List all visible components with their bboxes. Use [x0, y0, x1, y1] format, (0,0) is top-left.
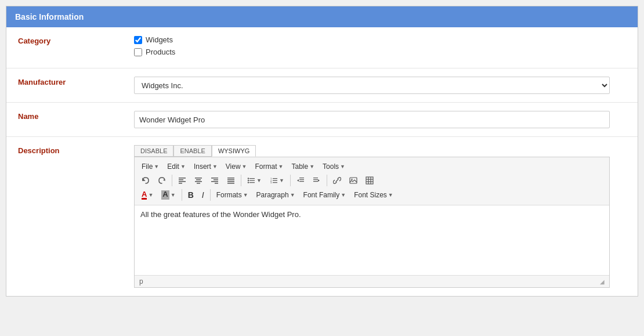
description-tabs: DISABLE ENABLE WYSIWYG: [134, 145, 632, 157]
svg-rect-36: [313, 181, 318, 182]
menu-file-button[interactable]: File ▼: [138, 161, 162, 172]
basic-information-panel: Basic Information Category Widgets Produ…: [6, 6, 638, 297]
undo-icon: [142, 176, 150, 185]
separator-6: [210, 189, 211, 201]
paragraph-button[interactable]: Paragraph ▼: [253, 189, 299, 201]
font-color-button[interactable]: A ▼: [138, 189, 157, 201]
manufacturer-select[interactable]: Widgets Inc. Other: [134, 77, 610, 94]
svg-marker-37: [318, 179, 320, 182]
indent-icon: [313, 176, 321, 185]
font-sizes-label: Font Sizes: [354, 191, 387, 199]
svg-rect-2: [179, 178, 186, 179]
svg-rect-14: [227, 178, 234, 179]
svg-rect-3: [179, 179, 183, 180]
name-input[interactable]: [134, 111, 610, 128]
panel-title: Basic Information: [15, 12, 84, 21]
svg-rect-23: [249, 182, 255, 183]
font-family-button[interactable]: Font Family ▼: [300, 189, 350, 201]
highlight-a: A: [161, 190, 169, 200]
svg-rect-17: [227, 183, 234, 184]
tab-disable[interactable]: DISABLE: [134, 145, 173, 157]
ordered-list-button[interactable]: 1. 2. 3. ▼: [266, 175, 288, 186]
align-center-button[interactable]: [191, 175, 206, 186]
separator-1: [172, 175, 172, 186]
menu-view-button[interactable]: View ▼: [222, 161, 251, 172]
description-row: Description DISABLE ENABLE WYSIWYG: [6, 137, 638, 297]
highlight-button[interactable]: A ▼: [158, 189, 179, 201]
indent-button[interactable]: [309, 175, 324, 186]
category-field: Widgets Products: [134, 27, 638, 68]
name-row: Name: [6, 103, 638, 137]
svg-rect-38: [350, 178, 357, 183]
name-label: Name: [6, 103, 134, 137]
panel-header: Basic Information: [6, 6, 638, 27]
category-widgets-label: Widgets: [146, 35, 173, 44]
svg-marker-0: [143, 179, 144, 180]
formats-button[interactable]: Formats ▼: [213, 189, 252, 201]
svg-point-39: [351, 179, 352, 180]
category-products-checkbox[interactable]: [134, 48, 142, 56]
category-products-item: Products: [134, 48, 632, 56]
description-label: Description: [6, 137, 134, 297]
redo-button[interactable]: [154, 175, 169, 186]
table-caret: ▼: [309, 164, 314, 169]
edit-caret: ▼: [180, 164, 186, 169]
wysiwyg-status-bar: p ◢: [135, 275, 609, 287]
align-left-icon: [178, 176, 186, 185]
svg-marker-33: [297, 179, 299, 182]
tab-wysiwyg[interactable]: WYSIWYG: [212, 145, 256, 157]
italic-button[interactable]: I: [198, 189, 208, 201]
ordered-list-icon: 1. 2. 3.: [270, 176, 278, 185]
svg-rect-25: [273, 178, 277, 179]
resize-handle[interactable]: ◢: [600, 279, 605, 285]
svg-point-20: [248, 180, 249, 181]
svg-rect-13: [215, 183, 218, 184]
svg-rect-35: [313, 179, 318, 180]
svg-rect-10: [211, 178, 218, 179]
bold-button[interactable]: B: [184, 189, 197, 201]
manufacturer-label: Manufacturer: [6, 68, 134, 103]
manufacturer-row: Manufacturer Widgets Inc. Other: [6, 68, 638, 103]
category-label: Category: [6, 27, 134, 68]
svg-rect-16: [227, 181, 234, 182]
menu-table-button[interactable]: Table ▼: [288, 161, 318, 172]
outdent-icon: [296, 176, 305, 185]
menu-tools-button[interactable]: Tools ▼: [319, 161, 349, 172]
form-table: Category Widgets Products Manufacturer W…: [6, 27, 638, 296]
align-right-button[interactable]: [207, 175, 222, 186]
menu-edit-button[interactable]: Edit ▼: [164, 161, 189, 172]
font-sizes-button[interactable]: Font Sizes ▼: [350, 189, 397, 201]
align-justify-button[interactable]: [223, 175, 238, 186]
redo-icon: [158, 176, 166, 185]
undo-button[interactable]: [138, 175, 153, 186]
font-color-a: A: [142, 190, 147, 200]
category-widgets-checkbox[interactable]: [134, 36, 142, 44]
svg-point-18: [248, 178, 249, 179]
svg-rect-8: [195, 181, 202, 182]
svg-rect-6: [195, 178, 202, 179]
category-widgets-item: Widgets: [134, 35, 632, 44]
format-caret: ▼: [278, 164, 284, 169]
svg-marker-1: [163, 179, 165, 180]
unordered-list-button[interactable]: ▼: [244, 175, 265, 186]
wysiwyg-toolbar: File ▼ Edit ▼ Insert ▼: [135, 157, 609, 205]
toolbar-icons-row: ▼ 1. 2. 3.: [138, 174, 606, 187]
separator-5: [182, 189, 182, 201]
wysiwyg-content[interactable]: All the great features of the Wonder Wid…: [135, 205, 609, 275]
menu-format-button[interactable]: Format ▼: [252, 161, 287, 172]
outdent-button[interactable]: [293, 175, 308, 186]
align-left-button[interactable]: [175, 175, 190, 186]
category-products-label: Products: [146, 48, 175, 56]
menu-insert-button[interactable]: Insert ▼: [190, 161, 221, 172]
formats-label: Formats: [216, 191, 242, 199]
table-button[interactable]: [362, 175, 377, 186]
italic-label: I: [202, 190, 204, 200]
insert-caret: ▼: [212, 164, 218, 169]
svg-rect-31: [299, 179, 304, 180]
toolbar-format-row: A ▼ A ▼ B: [138, 187, 606, 203]
tab-enable[interactable]: ENABLE: [173, 145, 211, 157]
svg-rect-30: [299, 178, 304, 178]
image-button[interactable]: [346, 175, 361, 186]
paragraph-label: Paragraph: [256, 191, 289, 199]
link-button[interactable]: [330, 175, 345, 186]
